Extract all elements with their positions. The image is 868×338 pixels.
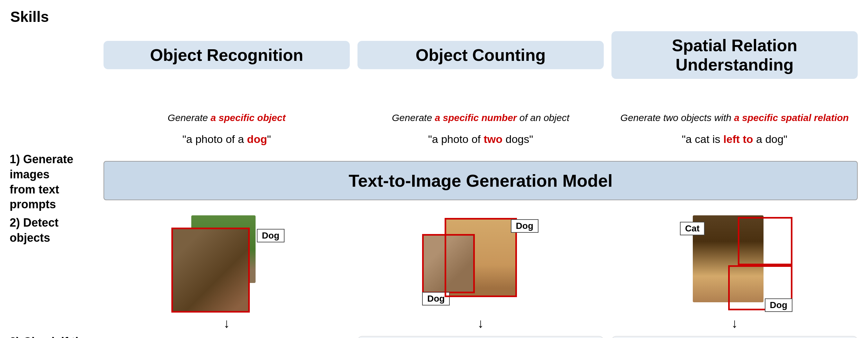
col3-header: Spatial Relation Understanding [612, 31, 858, 79]
col3-det-label1: Cat [680, 222, 705, 235]
col3-prompt: "a cat is left to a dog" [682, 133, 787, 145]
col2-prompt-highlight: two [484, 133, 502, 145]
col1-detection-cell: Dog ↓ [100, 214, 353, 333]
col2-subtitle: Generate a specific number of an object [392, 112, 569, 123]
col3-subtitle-plain: Generate two objects with [620, 112, 734, 123]
col1-det-label: Dog [257, 229, 284, 243]
col2-result-cell: Are there two objects? ✅ Are both of the… [353, 333, 608, 338]
step3-label: 3) Check if the objectssatisfy the skill… [10, 335, 96, 338]
col2-header: Object Counting [358, 41, 604, 69]
col1-result-cell: Is there a dog? ✅ Correct [100, 333, 353, 338]
col1-bbox [172, 228, 250, 313]
col2-detection-scene: Dog Dog [420, 215, 542, 315]
empty-r3-c1 [6, 131, 100, 150]
col2-prompt-plain2: dogs" [502, 133, 533, 145]
col1-subtitle-cell: Generate a specific object [100, 111, 353, 131]
step2-label-cell: 2) Detect objects [6, 214, 100, 333]
col3-subtitle-highlight: a specific spatial relation [734, 112, 849, 123]
col2-subtitle-plain2: of an object [517, 112, 569, 123]
col1-prompt-plain1: "a photo of a [182, 133, 247, 145]
col3-bbox-cat [738, 217, 793, 265]
col2-detection-cell: Dog Dog ↓ [353, 214, 608, 333]
skills-title-cell: Skills [6, 5, 100, 111]
col2-prompt: "a photo of two dogs" [428, 133, 533, 145]
t2i-banner: Text-to-Image Generation Model [103, 161, 858, 200]
col3-prompt-highlight: left to [723, 133, 753, 145]
step1-label: 1) Generate imagesfrom text prompts [10, 152, 96, 212]
col3-detection-cell: Cat Dog ↓ [608, 214, 862, 333]
col1-prompt-cell: "a photo of a dog" [100, 131, 353, 150]
step1-text: 1) Generate imagesfrom text prompts [10, 152, 73, 211]
col2-prompt-plain1: "a photo of [428, 133, 484, 145]
col1-prompt-plain2: " [267, 133, 271, 145]
col2-subtitle-highlight: a specific number [435, 112, 517, 123]
col2-header-cell: Object Counting [353, 5, 608, 111]
col1-subtitle-plain: Generate [168, 112, 211, 123]
col3-arrow: ↓ [732, 317, 738, 330]
col1-subtitle: Generate a specific object [168, 112, 286, 123]
step3-label-cell: 3) Check if the objectssatisfy the skill… [6, 333, 100, 338]
col1-header: Object Recognition [103, 41, 350, 69]
col2-prompt-cell: "a photo of two dogs" [353, 131, 608, 150]
step3-text: 3) Check if the objectssatisfy the skill… [10, 335, 93, 338]
col1-header-cell: Object Recognition [100, 5, 353, 111]
empty-r2-c1 [6, 111, 100, 131]
skills-title: Skills [10, 8, 49, 25]
col3-subtitle-cell: Generate two objects with a specific spa… [608, 111, 862, 131]
col3-subtitle: Generate two objects with a specific spa… [620, 112, 849, 123]
col3-prompt-plain2: a dog" [753, 133, 787, 145]
step2-text: 2) Detect objects [10, 216, 59, 244]
step2-label: 2) Detect objects [10, 215, 96, 246]
col3-header-cell: Spatial Relation Understanding [608, 5, 862, 111]
col3-result-box: Are there a cat and a dog? ✅ Is the cat … [612, 336, 858, 338]
t2i-model-cell: Text-to-Image Generation Model [100, 150, 862, 214]
col2-result-box: Are there two objects? ✅ Are both of the… [358, 336, 604, 338]
col2-bbox2 [444, 218, 517, 297]
col1-prompt: "a photo of a dog" [182, 133, 271, 145]
col1-arrow: ↓ [223, 317, 230, 330]
col2-subtitle-cell: Generate a specific number of an object [353, 111, 608, 131]
col1-subtitle-highlight: a specific object [211, 112, 285, 123]
col1-detection-scene: Dog [165, 215, 288, 315]
col3-prompt-plain1: "a cat is [682, 133, 723, 145]
col2-det-label2: Dog [511, 219, 538, 233]
col3-detection-scene: Cat Dog [674, 215, 796, 315]
col2-subtitle-plain: Generate [392, 112, 435, 123]
col2-arrow: ↓ [477, 317, 484, 330]
col1-prompt-highlight: dog [247, 133, 267, 145]
col3-prompt-cell: "a cat is left to a dog" [608, 131, 862, 150]
step1-label-cell: 1) Generate imagesfrom text prompts [6, 150, 100, 214]
col3-result-cell: Are there a cat and a dog? ✅ Is the cat … [608, 333, 862, 338]
col3-det-label2: Dog [765, 299, 793, 312]
